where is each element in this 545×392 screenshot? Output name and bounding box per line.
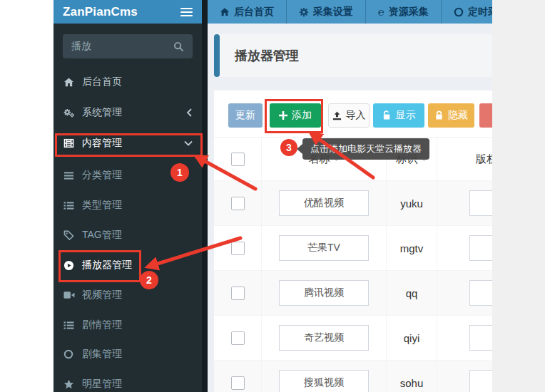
player-name-input[interactable] bbox=[279, 280, 369, 306]
unlock-icon bbox=[382, 110, 392, 120]
upload-icon bbox=[332, 111, 342, 120]
video-camera-icon bbox=[63, 291, 75, 299]
sidebar-item-label: 明星管理 bbox=[82, 378, 122, 391]
topnav-label: 后台首页 bbox=[234, 6, 274, 19]
tag-icon bbox=[63, 230, 75, 240]
sidebar-item-label: 系统管理 bbox=[82, 106, 122, 119]
trash-icon bbox=[491, 110, 493, 120]
topnav-item-dashboard[interactable]: 后台首页 bbox=[208, 0, 287, 24]
sidebar-item-episode[interactable]: 剧集管理 bbox=[54, 339, 202, 369]
play-circle-icon bbox=[63, 260, 75, 271]
player-code: mgtv bbox=[400, 242, 424, 254]
column-header-code[interactable]: 标识 bbox=[397, 153, 427, 166]
sidebar: 后台首页 系统管理 内容管理 分类管理 类型管理 TAG管理 播放器管理 视频管… bbox=[54, 24, 202, 392]
chevron-left-icon bbox=[186, 108, 193, 117]
clock-icon bbox=[454, 7, 464, 17]
list-icon bbox=[63, 321, 75, 330]
sidebar-item-category[interactable]: 分类管理 bbox=[54, 160, 202, 190]
sidebar-item-label: 剧情管理 bbox=[82, 319, 122, 331]
sidebar-item-label: 内容管理 bbox=[82, 137, 122, 150]
table-header-row: 名称 标识 版权 bbox=[214, 138, 492, 181]
row-checkbox[interactable] bbox=[231, 376, 245, 390]
copyright-input[interactable] bbox=[469, 370, 492, 392]
column-header-copyright: 版权 bbox=[476, 153, 492, 166]
player-code: sohu bbox=[400, 377, 424, 389]
table-row: qiyi bbox=[214, 316, 492, 361]
column-header-name[interactable]: 名称 bbox=[309, 153, 340, 166]
topnav-label: 定时采集 bbox=[468, 6, 492, 19]
sidebar-item-star[interactable]: 明星管理 bbox=[54, 369, 202, 392]
copyright-input[interactable] bbox=[469, 280, 492, 306]
topnav-item-resource-collect[interactable]: ℮ 资源采集 bbox=[366, 0, 442, 24]
sidebar-item-plot[interactable]: 剧情管理 bbox=[54, 310, 202, 340]
sidebar-item-player[interactable]: 播放器管理 bbox=[54, 250, 202, 280]
table-row: qq bbox=[214, 271, 492, 316]
row-checkbox[interactable] bbox=[231, 287, 245, 300]
plus-icon bbox=[279, 111, 287, 120]
copyright-input[interactable] bbox=[469, 325, 492, 351]
sidebar-item-label: 后台首页 bbox=[82, 76, 122, 88]
sidebar-item-label: 类型管理 bbox=[82, 199, 122, 212]
delete-button[interactable]: 删除 bbox=[479, 103, 492, 128]
star-icon bbox=[63, 379, 75, 389]
search-input[interactable] bbox=[63, 41, 173, 52]
player-name-input[interactable] bbox=[279, 370, 369, 392]
sidebar-item-label: 剧集管理 bbox=[82, 348, 122, 361]
sidebar-item-label: 播放器管理 bbox=[82, 259, 132, 272]
page-header: 播放器管理 bbox=[214, 34, 492, 77]
row-checkbox[interactable] bbox=[231, 331, 245, 345]
sidebar-item-tag[interactable]: TAG管理 bbox=[54, 220, 202, 250]
sidebar-item-dashboard[interactable]: 后台首页 bbox=[54, 67, 202, 97]
show-button[interactable]: 显示 bbox=[373, 103, 424, 128]
sidebar-item-video[interactable]: 视频管理 bbox=[54, 280, 202, 310]
select-all-checkbox[interactable] bbox=[231, 153, 245, 166]
hide-button[interactable]: 隐藏 bbox=[428, 103, 474, 128]
table-row: mgtv bbox=[214, 226, 492, 271]
circle-o-icon bbox=[63, 349, 75, 359]
player-table-panel: 更新 添加 导入 显示 隐藏 删除 名称 bbox=[214, 91, 492, 392]
sidebar-search bbox=[63, 34, 193, 58]
topnav-item-scheduled-collect[interactable]: 定时采集 bbox=[442, 0, 492, 24]
home-icon bbox=[220, 7, 230, 17]
player-name-input[interactable] bbox=[279, 235, 369, 261]
search-icon[interactable] bbox=[173, 41, 184, 52]
page-title: 播放器管理 bbox=[235, 34, 299, 77]
add-button[interactable]: 添加 bbox=[270, 103, 321, 128]
hamburger-icon[interactable] bbox=[180, 8, 193, 16]
sidebar-item-label: 视频管理 bbox=[82, 289, 122, 301]
bars-icon bbox=[63, 171, 75, 180]
caret-down-icon bbox=[333, 157, 340, 161]
topnav-label: 资源采集 bbox=[389, 6, 429, 19]
main-content: 播放器管理 更新 添加 导入 显示 隐藏 删除 bbox=[208, 24, 492, 392]
player-code: qiyi bbox=[404, 332, 420, 344]
lock-icon bbox=[434, 110, 444, 120]
sidebar-item-content[interactable]: 内容管理 bbox=[54, 128, 202, 158]
window-divider bbox=[202, 0, 208, 392]
browser-e-icon: ℮ bbox=[378, 7, 384, 17]
player-name-input[interactable] bbox=[279, 190, 369, 216]
sidebar-item-system[interactable]: 系统管理 bbox=[54, 98, 202, 128]
topnav-item-collect-settings[interactable]: 采集设置 bbox=[287, 0, 366, 24]
import-button[interactable]: 导入 bbox=[328, 103, 370, 128]
gears-icon bbox=[63, 108, 75, 118]
player-name-input[interactable] bbox=[279, 325, 369, 351]
list-icon bbox=[63, 201, 75, 210]
caret-down-icon bbox=[421, 157, 427, 161]
logo-bar: ZanPianCms bbox=[54, 0, 202, 24]
chevron-down-icon bbox=[184, 140, 193, 147]
sidebar-item-type[interactable]: 类型管理 bbox=[54, 190, 202, 220]
accent-bar bbox=[214, 34, 220, 77]
sidebar-item-label: 分类管理 bbox=[82, 169, 122, 182]
topnav-label: 采集设置 bbox=[313, 6, 353, 19]
copyright-input[interactable] bbox=[469, 190, 492, 216]
row-checkbox[interactable] bbox=[231, 242, 245, 255]
copyright-input[interactable] bbox=[469, 235, 492, 261]
top-navigation: 后台首页 采集设置 ℮ 资源采集 定时采集 bbox=[208, 0, 492, 24]
row-checkbox[interactable] bbox=[231, 197, 245, 210]
desktop-left-strip bbox=[0, 0, 54, 392]
table-row: yuku bbox=[214, 181, 492, 226]
update-button[interactable]: 更新 bbox=[228, 103, 263, 128]
sidebar-item-label: TAG管理 bbox=[82, 229, 122, 242]
desktop-right-strip bbox=[492, 0, 545, 392]
home-icon bbox=[63, 77, 75, 88]
